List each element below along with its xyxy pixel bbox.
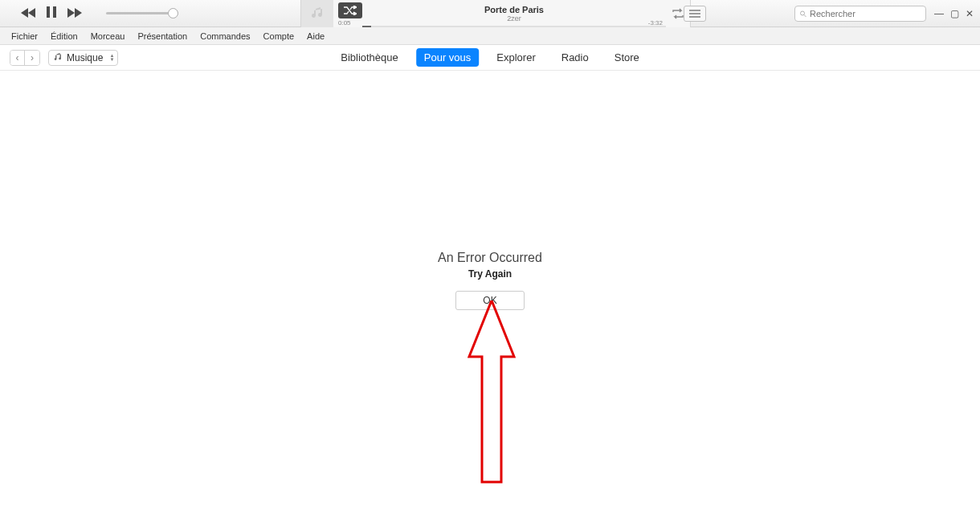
- media-selector-label: Musique: [67, 52, 103, 63]
- menu-presentation[interactable]: Présentation: [131, 29, 194, 43]
- menu-fichier[interactable]: Fichier: [5, 29, 44, 43]
- queue-button[interactable]: [684, 6, 706, 22]
- chevron-updown-icon: ▲▼: [109, 54, 114, 62]
- svg-line-6: [804, 14, 806, 17]
- svg-rect-0: [47, 6, 50, 18]
- nav-row: ‹ › Musique ▲▼ Bibliothèque Pour vous Ex…: [0, 45, 980, 71]
- album-art-icon: [301, 0, 333, 27]
- volume-thumb[interactable]: [168, 8, 178, 18]
- ok-button[interactable]: OK: [455, 291, 525, 310]
- toolbar-right: — ▢ ✕: [684, 0, 975, 27]
- menu-aide[interactable]: Aide: [300, 29, 331, 43]
- shuffle-icon[interactable]: [338, 2, 362, 18]
- menu-bar: Fichier Édition Morceau Présentation Com…: [0, 27, 980, 45]
- media-selector[interactable]: Musique ▲▼: [48, 50, 118, 66]
- next-button[interactable]: [67, 6, 82, 21]
- playback-controls: [0, 6, 82, 21]
- search-input[interactable]: [810, 9, 921, 18]
- search-icon: [800, 10, 806, 18]
- player-bar: Porte de Paris 2zer 0:05 -3:32 — ▢ ✕: [0, 0, 980, 27]
- menu-commandes[interactable]: Commandes: [194, 29, 256, 43]
- tab-radio[interactable]: Radio: [553, 48, 597, 67]
- close-button[interactable]: ✕: [966, 8, 974, 19]
- nav-forward-button[interactable]: ›: [25, 51, 39, 65]
- window-controls: — ▢ ✕: [934, 8, 975, 19]
- volume-slider[interactable]: [106, 12, 178, 14]
- tab-store[interactable]: Store: [606, 48, 647, 67]
- search-box[interactable]: [794, 6, 926, 22]
- nav-arrows: ‹ ›: [10, 50, 40, 66]
- menu-compte[interactable]: Compte: [257, 29, 301, 43]
- error-subtitle: Try Again: [468, 268, 512, 280]
- menu-morceau[interactable]: Morceau: [84, 29, 132, 43]
- now-playing-display: Porte de Paris 2zer 0:05 -3:32: [300, 0, 691, 27]
- menu-edition[interactable]: Édition: [44, 29, 84, 43]
- music-icon: [54, 53, 63, 62]
- time-remaining: -3:32: [648, 19, 663, 27]
- now-playing-title: Porte de Paris: [484, 5, 544, 14]
- content-area: An Error Occurred Try Again OK: [0, 71, 980, 527]
- svg-rect-1: [53, 6, 56, 18]
- minimize-button[interactable]: —: [934, 8, 944, 19]
- svg-point-5: [801, 11, 805, 15]
- tab-bibliotheque[interactable]: Bibliothèque: [333, 48, 406, 67]
- tab-pour-vous[interactable]: Pour vous: [416, 48, 480, 67]
- time-elapsed: 0:05: [338, 19, 351, 27]
- error-title: An Error Occurred: [438, 251, 542, 265]
- tab-explorer[interactable]: Explorer: [488, 48, 543, 67]
- tabs: Bibliothèque Pour vous Explorer Radio St…: [333, 48, 647, 67]
- nav-back-button[interactable]: ‹: [10, 51, 25, 65]
- pause-button[interactable]: [47, 6, 56, 21]
- previous-button[interactable]: [21, 6, 35, 21]
- maximize-button[interactable]: ▢: [950, 8, 959, 19]
